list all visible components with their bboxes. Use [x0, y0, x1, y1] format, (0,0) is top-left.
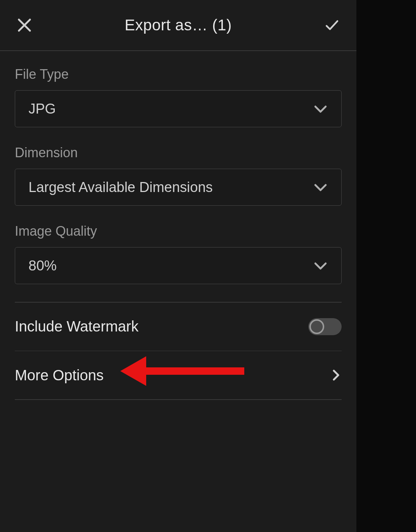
export-panel: Export as… (1) File Type JPG Dimension — [0, 0, 356, 532]
chevron-down-icon — [313, 101, 328, 116]
close-button[interactable] — [16, 17, 33, 33]
more-options-label: More Options — [15, 367, 104, 384]
close-icon — [17, 18, 31, 32]
confirm-button[interactable] — [324, 17, 340, 33]
outer-frame: Export as… (1) File Type JPG Dimension — [0, 0, 416, 532]
header: Export as… (1) — [0, 0, 356, 51]
more-options-row[interactable]: More Options — [15, 351, 342, 399]
watermark-toggle[interactable] — [308, 318, 342, 335]
watermark-label: Include Watermark — [15, 318, 138, 335]
image-quality-label: Image Quality — [15, 223, 342, 239]
watermark-row: Include Watermark — [15, 303, 342, 351]
dimension-select[interactable]: Largest Available Dimensions — [15, 169, 342, 206]
image-quality-select[interactable]: 80% — [15, 247, 342, 284]
file-type-select[interactable]: JPG — [15, 90, 342, 127]
checkmark-icon — [324, 16, 340, 34]
dimension-label: Dimension — [15, 145, 342, 161]
chevron-right-icon — [331, 370, 342, 381]
toggle-knob — [309, 319, 324, 334]
image-quality-value: 80% — [28, 258, 57, 274]
content: File Type JPG Dimension Largest Availabl… — [0, 51, 356, 400]
header-title: Export as… (1) — [125, 16, 232, 34]
divider — [15, 399, 342, 400]
chevron-down-icon — [313, 258, 328, 273]
file-type-value: JPG — [28, 101, 56, 117]
file-type-label: File Type — [15, 67, 342, 82]
chevron-down-icon — [313, 180, 328, 195]
dimension-value: Largest Available Dimensions — [28, 179, 213, 195]
